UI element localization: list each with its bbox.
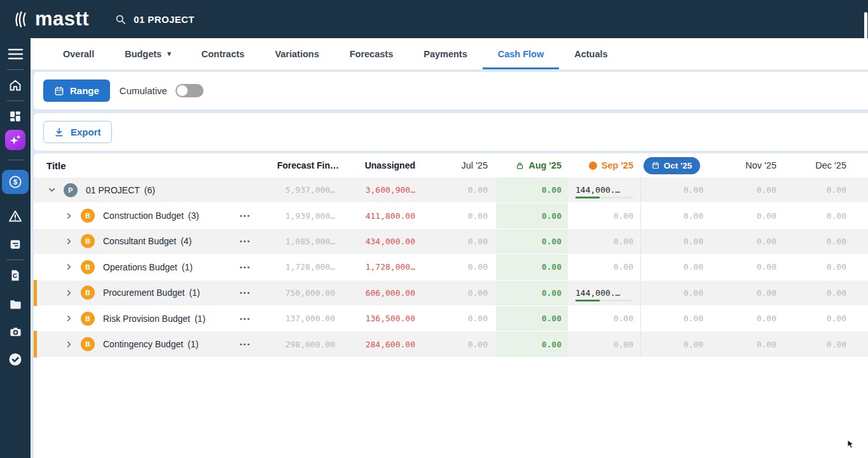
camera-icon[interactable] [0,322,31,341]
cell-aug[interactable]: 0.00 [496,229,568,254]
budget-avatar: B [81,209,95,223]
mastt-logo[interactable]: mastt [13,8,89,31]
cell-dec[interactable]: 0.00 [784,203,868,228]
ai-sparkle-icon[interactable] [5,130,25,150]
tab-variations[interactable]: Variations [259,38,334,69]
cell-oct[interactable]: 0.00 [640,331,712,356]
cell-aug[interactable]: 0.00 [496,281,568,305]
cell-jul[interactable]: 0.00 [418,254,496,279]
svg-text:$: $ [13,178,17,186]
cell-nov[interactable]: 0.00 [712,281,784,305]
actuals-dot-icon [589,162,597,170]
row-title-cell: B Consultant Budget (4) ••• [34,229,267,254]
tab-actuals[interactable]: Actuals [559,38,623,69]
cell-forecast: 298,000.00 [267,331,339,356]
cell-oct[interactable]: 0.00 [640,177,712,202]
row-title-cell: B Contingency Budget (1) ••• [34,331,267,356]
cell-sep[interactable]: 0.00 [568,331,640,356]
dashboard-icon[interactable] [0,107,31,126]
cell-oct[interactable]: 0.00 [640,306,712,331]
cell-oct[interactable]: 0.00 [640,254,712,279]
cell-jul[interactable]: 0.00 [418,281,496,305]
cell-sep[interactable]: 0.00 [568,306,640,331]
cell-unassigned: 606,000.00 [339,281,418,305]
cell-nov[interactable]: 0.00 [712,229,784,254]
row-menu-icon[interactable]: ••• [240,263,251,271]
cell-sep[interactable]: 144,000.… [568,177,640,202]
left-sidebar: $ [0,38,31,458]
chevron-right-icon[interactable] [64,314,74,324]
row-menu-icon[interactable]: ••• [240,289,251,296]
report-card-icon[interactable] [0,235,31,254]
cell-sep[interactable]: 0.00 [568,229,640,254]
cell-jul[interactable]: 0.00 [418,331,496,356]
tab-cash-flow[interactable]: Cash Flow [483,38,560,69]
cell-dec[interactable]: 0.00 [784,281,868,305]
cumulative-toggle[interactable] [176,84,203,97]
tab-contracts[interactable]: Contracts [186,38,260,69]
chevron-down-icon[interactable] [46,185,57,195]
chevron-right-icon[interactable] [64,339,74,349]
cell-jul[interactable]: 0.00 [418,306,496,331]
project-search[interactable]: 01 PROJECT [114,13,195,25]
cell-nov[interactable]: 0.00 [712,306,784,331]
cell-dec[interactable]: 0.00 [784,229,868,254]
cell-sep[interactable]: 0.00 [568,254,640,279]
cell-oct[interactable]: 0.00 [640,203,712,228]
sep-progress-bar [575,197,633,198]
cell-jul[interactable]: 0.00 [418,177,496,202]
cell-jul[interactable]: 0.00 [418,203,496,228]
scrollbar-thumb[interactable] [864,12,867,39]
folder-icon[interactable] [0,294,31,313]
cell-nov[interactable]: 0.00 [712,177,784,202]
row-title: Contingency Budget [103,339,183,349]
row-menu-icon[interactable]: ••• [240,340,251,348]
tab-payments[interactable]: Payments [408,38,483,69]
checklist-icon[interactable] [0,350,31,369]
hamburger-menu-icon[interactable] [0,45,31,64]
cell-aug[interactable]: 0.00 [496,306,568,331]
document-history-icon[interactable] [0,266,31,285]
column-header-nov: Nov '25 [712,153,784,177]
cost-dollar-icon[interactable]: $ [2,170,29,194]
row-title-cell: B Risk Provision Budget (1) ••• [34,306,267,331]
cell-aug[interactable]: 0.00 [496,331,568,356]
row-menu-icon[interactable]: ••• [240,237,251,245]
cell-dec[interactable]: 0.00 [784,254,868,279]
tab-forecasts[interactable]: Forecasts [334,38,409,69]
chevron-right-icon[interactable] [64,211,74,221]
cell-sep[interactable]: 0.00 [568,203,640,228]
chevron-right-icon[interactable] [64,262,74,272]
budget-avatar: B [81,260,95,274]
home-icon[interactable] [0,76,31,95]
range-button[interactable]: Range [43,80,110,102]
table-row-budget: B Risk Provision Budget (1) ••• 137,000.… [34,306,868,331]
row-title-cell: P 01 PROJECT (6) [34,177,267,202]
cell-dec[interactable]: 0.00 [784,306,868,331]
row-menu-icon[interactable]: ••• [240,315,251,323]
tab-budgets[interactable]: Budgets▾ [109,38,186,69]
cell-nov[interactable]: 0.00 [712,203,784,228]
chevron-right-icon[interactable] [64,288,74,298]
cell-oct[interactable]: 0.00 [640,281,712,305]
cell-dec[interactable]: 0.00 [784,331,868,356]
chevron-right-icon[interactable] [64,236,74,246]
cell-unassigned: 1,728,000… [339,254,418,279]
cell-sep[interactable]: 144,000.… [568,281,640,305]
row-title-cell: B Construction Budget (3) ••• [34,203,267,228]
current-month-pill[interactable]: Oct '25 [644,157,700,174]
cell-aug[interactable]: 0.00 [496,177,568,202]
cell-nov[interactable]: 0.00 [712,331,784,356]
cell-dec[interactable]: 0.00 [784,177,868,202]
export-button[interactable]: Export [43,121,112,143]
cell-nov[interactable]: 0.00 [712,254,784,279]
cumulative-label: Cumulative [120,85,167,96]
row-menu-icon[interactable]: ••• [240,212,251,219]
cell-unassigned: 434,000.00 [339,229,418,254]
tab-overall[interactable]: Overall [48,38,109,69]
cell-aug[interactable]: 0.00 [496,254,568,279]
cell-oct[interactable]: 0.00 [640,229,712,254]
cell-aug[interactable]: 0.00 [496,203,568,228]
risk-warning-icon[interactable] [0,207,31,226]
cell-jul[interactable]: 0.00 [418,229,496,254]
